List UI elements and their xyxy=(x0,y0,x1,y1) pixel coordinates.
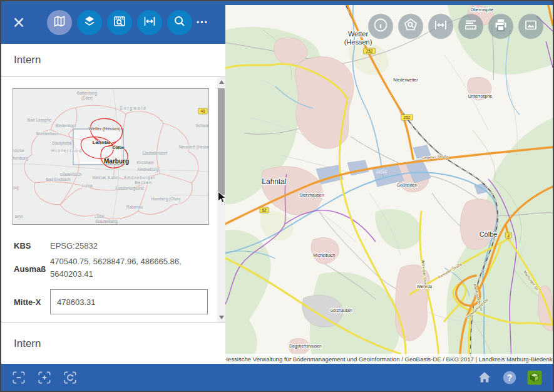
screenshot-button[interactable] xyxy=(518,14,543,39)
info-button[interactable] xyxy=(368,14,393,39)
svg-text:Sinn: Sinn xyxy=(14,214,23,219)
svg-text:Oberrosphe: Oberrosphe xyxy=(471,8,494,13)
panel-content: 49 Battenberg(Eder)BurgwaldBad LaaspheBi… xyxy=(1,77,225,322)
ruler-icon xyxy=(463,17,479,36)
svg-text:252: 252 xyxy=(366,49,373,53)
svg-text:Battenberg: Battenberg xyxy=(77,91,97,96)
svg-text:Gladenbach: Gladenbach xyxy=(59,172,81,177)
info-icon xyxy=(372,17,389,36)
svg-text:Marburg: Marburg xyxy=(104,158,129,165)
map-canvas[interactable]: 252252362 Siegener StraßeKasseler Straße… xyxy=(225,5,553,364)
svg-text:Wehrda: Wehrda xyxy=(417,284,432,289)
svg-text:Breidenbach: Breidenbach xyxy=(36,132,59,136)
map-icon xyxy=(52,14,67,31)
close-panel-button[interactable]: ✕ xyxy=(6,10,31,35)
svg-text:Rabenau: Rabenau xyxy=(126,205,143,209)
svg-text:Staufenberg: Staufenberg xyxy=(95,219,118,224)
sidebar-toolbar: ✕ xyxy=(1,1,225,44)
svg-text:Biedenkopf: Biedenkopf xyxy=(56,123,76,128)
bottom-bar: ? xyxy=(1,364,553,391)
search-button[interactable] xyxy=(167,10,192,35)
sidebar-panel: ✕ xyxy=(1,1,225,364)
center-x-input[interactable] xyxy=(50,289,208,314)
svg-text:Bad Laasphe: Bad Laasphe xyxy=(28,118,52,123)
svg-text:Burgwald: Burgwald xyxy=(120,106,146,111)
measure-line-icon xyxy=(433,17,449,36)
svg-text:Dagobertshausen: Dagobertshausen xyxy=(289,344,322,349)
map-view[interactable]: 252252362 Siegener StraßeKasseler Straße… xyxy=(225,5,553,364)
scroll-up-arrow[interactable] xyxy=(219,80,224,84)
svg-text:Becken: Becken xyxy=(135,180,152,185)
svg-text:Neustadt (Hessen): Neustadt (Hessen) xyxy=(179,145,208,150)
table-search-icon xyxy=(112,14,127,31)
svg-text:hölztal: hölztal xyxy=(13,148,24,153)
layers-button[interactable] xyxy=(77,10,102,35)
reset-view-button[interactable] xyxy=(62,369,78,386)
map-attribution: © Hessische Verwaltung für Bodenmanageme… xyxy=(225,354,553,364)
svg-text:Wetter: Wetter xyxy=(348,30,369,38)
scroll-down-arrow[interactable] xyxy=(219,316,224,319)
svg-text:Goßfelden: Goßfelden xyxy=(397,183,418,187)
svg-text:49: 49 xyxy=(200,109,205,113)
svg-text:Lahntal: Lahntal xyxy=(93,140,110,145)
svg-text:Hinterland: Hinterland xyxy=(51,148,83,153)
kbs-value: EPSG:25832 xyxy=(50,241,98,250)
printer-icon xyxy=(493,17,509,36)
svg-text:Unterrosphe: Unterrosphe xyxy=(468,94,493,99)
svg-text:Lahntal: Lahntal xyxy=(262,177,286,186)
geoportal-logo[interactable] xyxy=(526,369,543,386)
map-toolbar xyxy=(368,14,543,39)
svg-text:Cölbe: Cölbe xyxy=(112,145,125,150)
layers-icon xyxy=(82,14,97,31)
svg-text:Dautphetal: Dautphetal xyxy=(52,141,72,146)
svg-text:?: ? xyxy=(507,372,513,382)
spatial-search-button[interactable] xyxy=(398,14,423,39)
svg-text:chenburg: chenburg xyxy=(13,156,28,161)
svg-text:org: org xyxy=(13,185,19,190)
center-x-label: Mitte-X xyxy=(14,297,41,307)
feature-search-button[interactable] xyxy=(107,10,132,35)
scrollbar-thumb[interactable] xyxy=(218,88,225,195)
svg-text:Amöneburg: Amöneburg xyxy=(137,167,158,172)
overview-map[interactable]: 49 Battenberg(Eder)BurgwaldBad LaaspheBi… xyxy=(13,88,209,225)
measure-area-button[interactable] xyxy=(458,14,483,39)
kbs-label: KBS xyxy=(14,241,31,250)
svg-text:Weimar (Lahn): Weimar (Lahn) xyxy=(93,175,120,180)
svg-text:Schwalm: Schwalm xyxy=(196,123,208,128)
extent-label: Ausmaß xyxy=(14,264,46,274)
zoom-in-box-button[interactable] xyxy=(36,369,53,386)
accordion-header-intern-top[interactable]: Intern xyxy=(1,44,225,77)
svg-text:Lohra: Lohra xyxy=(82,183,93,188)
svg-text:Cölbe: Cölbe xyxy=(480,230,498,238)
extent-value: 470540.75, 5628847.96, 486665.86, 564020… xyxy=(50,255,208,281)
zoom-to-extent-button[interactable] xyxy=(11,369,27,386)
svg-text:(Eder): (Eder) xyxy=(81,96,93,101)
svg-text:62: 62 xyxy=(262,208,267,212)
measure-button[interactable] xyxy=(137,10,162,35)
panel-scrollbar[interactable] xyxy=(217,77,225,322)
accordion-header-intern-bottom[interactable]: Intern xyxy=(1,322,225,364)
measure-line-button[interactable] xyxy=(428,14,453,39)
basemap-button[interactable] xyxy=(47,10,72,35)
svg-text:Bad Endbach: Bad Endbach xyxy=(46,177,70,182)
svg-text:Michelbach: Michelbach xyxy=(313,253,336,257)
svg-text:Kirchhain: Kirchhain xyxy=(136,160,153,165)
print-button[interactable] xyxy=(488,14,513,39)
svg-text:Homberg (Ohm): Homberg (Ohm) xyxy=(151,197,181,202)
svg-text:Wetter (Hessen): Wetter (Hessen) xyxy=(89,126,121,132)
svg-text:Amöneburger: Amöneburger xyxy=(124,175,155,180)
svg-text:252: 252 xyxy=(404,115,411,120)
svg-text:Görzhausen: Görzhausen xyxy=(330,308,352,312)
svg-text:Ebsdorfergrund: Ebsdorfergrund xyxy=(116,186,144,191)
home-button[interactable] xyxy=(476,369,493,386)
toolbar-button-group xyxy=(47,10,192,35)
help-button[interactable]: ? xyxy=(501,369,518,386)
overview-map-canvas: 49 Battenberg(Eder)BurgwaldBad LaaspheBi… xyxy=(13,89,208,224)
svg-text:Sterzhausen: Sterzhausen xyxy=(299,193,324,197)
polygon-search-icon xyxy=(403,17,419,36)
overflow-menu-button[interactable]: ••• xyxy=(197,18,208,27)
bottom-bar-right: ? xyxy=(468,369,553,386)
svg-text:Niederwetter: Niederwetter xyxy=(393,78,418,82)
svg-text:3: 3 xyxy=(507,233,510,237)
measure-icon xyxy=(142,14,157,31)
